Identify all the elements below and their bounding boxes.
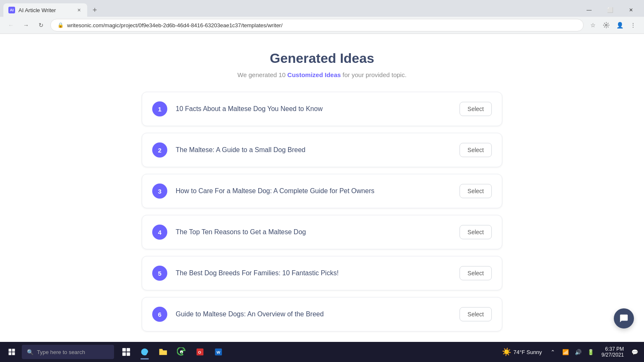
window-controls: — ⬜ ✕ (579, 3, 641, 17)
forward-button[interactable]: → (20, 19, 32, 31)
weather-widget[interactable]: ☀️ 74°F Sunny (499, 347, 545, 357)
browser-chrome: AI AI Article Writer ✕ + — ⬜ ✕ ← → ↻ 🔒 w… (0, 0, 644, 34)
page-subtitle: We generated 10 Customized Ideas for you… (142, 71, 502, 78)
windows-logo (8, 348, 16, 356)
search-icon: 🔍 (27, 349, 34, 355)
network-icon[interactable]: 📶 (560, 346, 571, 358)
bookmark-button[interactable]: ☆ (587, 19, 599, 31)
idea-title-1: 10 Facts About a Maltese Dog You Need to… (176, 105, 451, 113)
close-button[interactable]: ✕ (621, 3, 641, 17)
weather-icon: ☀️ (502, 347, 511, 357)
idea-title-6: Guide to Maltese Dogs: An Overview of th… (176, 310, 451, 318)
search-placeholder: Type here to search (37, 349, 85, 355)
new-tab-button[interactable]: + (89, 4, 101, 16)
idea-number-6: 6 (152, 307, 167, 322)
taskbar-tray: ☀️ 74°F Sunny ⌃ 📶 🔊 🔋 6:37 PM 9/27/2021 … (499, 346, 641, 358)
taskbar: 🔍 Type here to search (0, 342, 644, 362)
task-view-icon (122, 347, 131, 357)
idea-number-4: 4 (152, 225, 167, 240)
idea-number-1: 1 (152, 101, 167, 116)
select-button-5[interactable]: Select (460, 266, 492, 280)
svg-rect-2 (127, 348, 130, 352)
chrome-button[interactable] (173, 344, 190, 360)
minimize-button[interactable]: — (579, 3, 599, 17)
select-button-4[interactable]: Select (460, 225, 492, 239)
svg-rect-1 (122, 348, 126, 352)
battery-icon[interactable]: 🔋 (585, 346, 597, 358)
idea-number-2: 2 (152, 142, 167, 158)
page-heading: Generated Ideas We generated 10 Customiz… (142, 51, 502, 78)
taskbar-search[interactable]: 🔍 Type here to search (22, 345, 114, 359)
word-icon: W (214, 347, 223, 357)
svg-text:W: W (216, 350, 220, 354)
idea-title-3: How to Care For a Maltese Dog: A Complet… (176, 187, 451, 195)
select-button-6[interactable]: Select (460, 307, 492, 321)
edge-icon (140, 347, 149, 357)
maximize-button[interactable]: ⬜ (600, 3, 620, 17)
idea-title-5: The Best Dog Breeds For Families: 10 Fan… (176, 269, 451, 277)
chat-icon (619, 314, 628, 323)
idea-card-5: 5 The Best Dog Breeds For Families: 10 F… (142, 256, 502, 290)
browser-actions: ☆ 👤 ⋮ (587, 19, 639, 31)
menu-button[interactable]: ⋮ (627, 19, 639, 31)
clock-date: 9/27/2021 (602, 352, 624, 358)
url-bar[interactable]: 🔒 writesonic.com/magic/project/0f9e34eb-… (50, 19, 584, 31)
start-button[interactable] (3, 344, 20, 360)
tab-favicon: AI (8, 7, 15, 13)
ideas-list: 1 10 Facts About a Maltese Dog You Need … (142, 92, 502, 331)
profile-button[interactable]: 👤 (614, 19, 626, 31)
active-tab[interactable]: AI AI Article Writer ✕ (3, 3, 87, 17)
idea-card-3: 3 How to Care For a Maltese Dog: A Compl… (142, 174, 502, 208)
idea-card-4: 4 The Top Ten Reasons to Get a Maltese D… (142, 215, 502, 249)
clock-time: 6:37 PM (605, 346, 624, 352)
edge-button[interactable] (136, 344, 153, 360)
idea-title-2: The Maltese: A Guide to a Small Dog Bree… (176, 146, 451, 154)
weather-text: 74°F Sunny (514, 349, 542, 355)
lock-icon: 🔒 (57, 22, 64, 28)
notification-icon[interactable]: 💬 (629, 346, 641, 358)
back-button[interactable]: ← (5, 19, 17, 31)
tab-close-button[interactable]: ✕ (75, 7, 82, 13)
task-view-button[interactable] (117, 344, 135, 360)
idea-number-3: 3 (152, 184, 167, 199)
file-explorer-button[interactable] (154, 344, 172, 360)
page-content: Generated Ideas We generated 10 Customiz… (0, 34, 644, 342)
file-explorer-icon (158, 347, 168, 357)
office-icon: O (195, 347, 205, 357)
select-button-2[interactable]: Select (460, 143, 492, 157)
chevron-up-icon[interactable]: ⌃ (547, 346, 559, 358)
svg-point-0 (605, 24, 607, 26)
idea-card-2: 2 The Maltese: A Guide to a Small Dog Br… (142, 133, 502, 167)
address-bar: ← → ↻ 🔒 writesonic.com/magic/project/0f9… (0, 17, 644, 34)
select-button-1[interactable]: Select (460, 102, 492, 116)
tab-title: AI Article Writer (18, 7, 72, 13)
url-text: writesonic.com/magic/project/0f9e34eb-2d… (67, 22, 576, 28)
taskbar-apps: O W (117, 344, 227, 360)
select-button-3[interactable]: Select (460, 184, 492, 198)
chat-widget[interactable] (614, 308, 634, 328)
svg-text:O: O (198, 350, 201, 354)
volume-icon[interactable]: 🔊 (572, 346, 584, 358)
extension-button[interactable] (600, 19, 612, 31)
svg-rect-3 (122, 352, 126, 356)
idea-card-6: 6 Guide to Maltese Dogs: An Overview of … (142, 297, 502, 331)
word-button[interactable]: W (210, 344, 227, 360)
svg-rect-4 (127, 352, 130, 356)
page-inner: Generated Ideas We generated 10 Customiz… (133, 51, 511, 331)
chrome-icon (177, 347, 186, 357)
idea-card-1: 1 10 Facts About a Maltese Dog You Need … (142, 92, 502, 126)
idea-title-4: The Top Ten Reasons to Get a Maltese Dog (176, 228, 451, 236)
system-clock[interactable]: 6:37 PM 9/27/2021 (598, 346, 627, 358)
reload-button[interactable]: ↻ (35, 19, 47, 31)
tab-bar: AI AI Article Writer ✕ + — ⬜ ✕ (0, 0, 644, 17)
office-button[interactable]: O (191, 344, 209, 360)
tray-icons: ⌃ 📶 🔊 🔋 (547, 346, 597, 358)
idea-number-5: 5 (152, 266, 167, 281)
page-title: Generated Ideas (142, 51, 502, 66)
